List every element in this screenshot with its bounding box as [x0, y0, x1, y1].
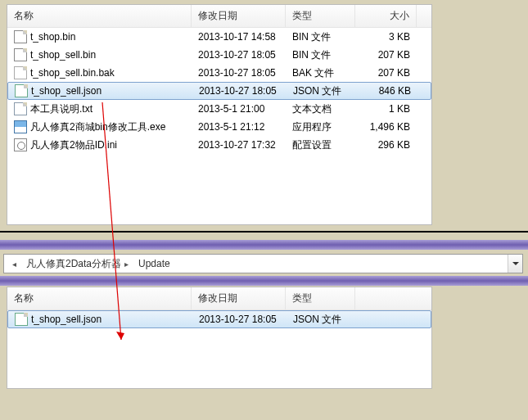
file-date-cell: 2013-10-27 17:32 [192, 139, 286, 151]
breadcrumb[interactable]: ◂ 凡人修真2Data分析器 ▸ Update [3, 254, 523, 273]
col-header-date[interactable]: 修改日期 [192, 5, 286, 27]
file-name-label: 本工具说明.txt [30, 102, 93, 116]
file-file-icon [14, 48, 27, 61]
col-header-name[interactable]: 名称 [7, 5, 192, 27]
col-header-type[interactable]: 类型 [286, 5, 355, 27]
file-row[interactable]: t_shop_sell.json2013-10-27 18:05JSON 文件8… [7, 82, 431, 100]
file-type-cell: BIN 文件 [286, 48, 355, 62]
col-header-name-bottom[interactable]: 名称 [7, 287, 192, 309]
file-date-cell: 2013-10-27 18:05 [192, 49, 286, 61]
file-name-cell: t_shop_sell.bin.bak [7, 66, 192, 79]
txt-file-icon [14, 102, 27, 115]
breadcrumb-label-1: Update [138, 258, 170, 269]
file-name-label: t_shop.bin [30, 31, 75, 43]
separator-line [0, 231, 528, 233]
file-file-icon [14, 30, 27, 43]
file-size-cell: 3 KB [355, 31, 417, 43]
file-type-cell: 文本文档 [286, 102, 355, 116]
file-type-cell: BAK 文件 [286, 66, 355, 80]
file-name-label: 凡人修真2物品ID.ini [30, 138, 117, 152]
file-type-cell: BIN 文件 [286, 30, 355, 44]
file-date-cell: 2013-10-17 14:58 [192, 31, 286, 43]
file-name-cell: t_shop_sell.bin [7, 48, 192, 61]
ini-file-icon [14, 138, 27, 151]
file-size-cell: 296 KB [355, 139, 417, 151]
file-rows-container: t_shop.bin2013-10-17 14:58BIN 文件3 KBt_sh… [7, 28, 431, 154]
file-name-label: t_shop_sell.json [31, 314, 102, 325]
bak-file-icon [14, 66, 27, 79]
breadcrumb-label-0: 凡人修真2Data分析器 [26, 257, 121, 271]
file-date-cell: 2013-10-27 18:05 [192, 314, 287, 325]
file-size-cell: 1,496 KB [355, 121, 417, 133]
file-name-cell: 凡人修真2物品ID.ini [7, 138, 192, 152]
file-list-bottom: 名称 修改日期 类型 t_shop_sell.json2013-10-27 18… [7, 287, 432, 389]
breadcrumb-back-chev[interactable]: ◂ [4, 255, 21, 273]
chevron-down-icon [512, 262, 519, 265]
file-type-cell: 应用程序 [286, 120, 355, 134]
file-name-cell: t_shop.bin [7, 30, 192, 43]
json-file-icon [15, 84, 28, 97]
chevron-left-icon: ◂ [12, 260, 16, 269]
file-list-top: 名称 修改日期 类型 大小 t_shop.bin2013-10-17 14:58… [7, 4, 432, 225]
file-date-cell: 2013-5-1 21:00 [192, 103, 286, 115]
breadcrumb-dropdown-button[interactable] [508, 255, 522, 273]
file-name-cell: t_shop_sell.json [8, 84, 192, 97]
file-size-cell: 207 KB [355, 67, 417, 79]
file-row[interactable]: t_shop_sell.bin2013-10-27 18:05BIN 文件207… [7, 46, 431, 64]
file-type-cell: 配置设置 [286, 138, 355, 152]
col-header-type-bottom[interactable]: 类型 [286, 287, 355, 309]
breadcrumb-segment-1[interactable]: Update [133, 255, 175, 273]
file-name-cell: t_shop_sell.json [8, 313, 192, 326]
file-name-cell: 凡人修真2商城bin修改工具.exe [7, 120, 192, 134]
file-name-label: 凡人修真2商城bin修改工具.exe [30, 120, 165, 134]
col-header-date-bottom[interactable]: 修改日期 [192, 287, 286, 309]
column-header-row: 名称 修改日期 类型 大小 [7, 5, 431, 28]
exe-file-icon [14, 120, 27, 133]
file-name-label: t_shop_sell.bin [30, 49, 96, 61]
purple-band-lower [0, 276, 528, 286]
file-row[interactable]: t_shop.bin2013-10-17 14:58BIN 文件3 KB [7, 28, 431, 46]
file-size-cell: 1 KB [355, 103, 417, 115]
file-type-cell: JSON 文件 [287, 84, 356, 98]
file-type-cell: JSON 文件 [287, 313, 356, 327]
file-date-cell: 2013-10-27 18:05 [192, 85, 287, 97]
file-name-label: t_shop_sell.bin.bak [30, 67, 115, 79]
json-file-icon [15, 313, 28, 326]
file-rows-container-bottom: t_shop_sell.json2013-10-27 18:05JSON 文件 [7, 310, 431, 328]
file-size-cell: 846 KB [356, 85, 417, 97]
purple-band-upper [0, 240, 528, 250]
chevron-right-icon: ▸ [124, 260, 129, 269]
file-date-cell: 2013-5-1 21:12 [192, 121, 286, 133]
column-header-row-bottom: 名称 修改日期 类型 [7, 287, 431, 310]
file-row[interactable]: t_shop_sell.json2013-10-27 18:05JSON 文件 [7, 310, 431, 328]
file-row[interactable]: 凡人修真2物品ID.ini2013-10-27 17:32配置设置296 KB [7, 136, 431, 154]
file-row[interactable]: 本工具说明.txt2013-5-1 21:00文本文档1 KB [7, 100, 431, 118]
file-row[interactable]: t_shop_sell.bin.bak2013-10-27 18:05BAK 文… [7, 64, 431, 82]
col-header-size[interactable]: 大小 [355, 5, 417, 27]
file-size-cell: 207 KB [355, 49, 417, 61]
file-date-cell: 2013-10-27 18:05 [192, 67, 286, 79]
breadcrumb-segment-0[interactable]: 凡人修真2Data分析器 ▸ [21, 255, 133, 273]
file-name-cell: 本工具说明.txt [7, 102, 192, 116]
file-row[interactable]: 凡人修真2商城bin修改工具.exe2013-5-1 21:12应用程序1,49… [7, 118, 431, 136]
file-name-label: t_shop_sell.json [31, 85, 102, 97]
